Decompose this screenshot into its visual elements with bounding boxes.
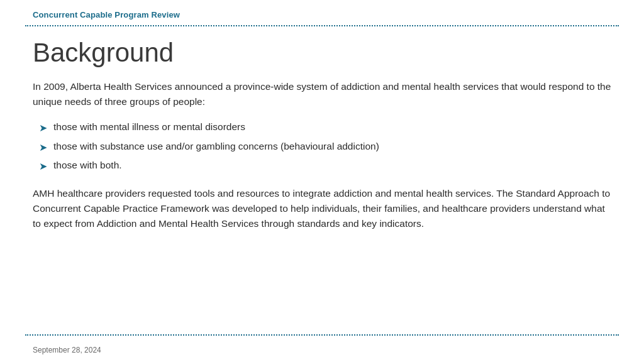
footer: September 28, 2024: [33, 346, 101, 354]
bullet-arrow-icon: ➤: [39, 120, 47, 136]
header-title: Concurrent Capable Program Review: [33, 10, 180, 19]
bottom-divider: [25, 334, 619, 336]
bullet-arrow-icon: ➤: [39, 140, 47, 156]
body-paragraph: AMH healthcare providers requested tools…: [33, 186, 611, 231]
section-title: Background: [33, 38, 611, 68]
header-bar: Concurrent Capable Program Review: [0, 0, 644, 20]
bullet-text-2: those with substance use and/or gambling…: [53, 139, 379, 155]
main-content: Background In 2009, Alberta Health Servi…: [0, 26, 644, 231]
list-item: ➤ those with both.: [33, 158, 611, 175]
list-item: ➤ those with mental illness or mental di…: [33, 119, 611, 136]
bullet-list: ➤ those with mental illness or mental di…: [33, 119, 611, 175]
bullet-text-1: those with mental illness or mental diso…: [53, 119, 245, 135]
footer-date: September 28, 2024: [33, 346, 101, 354]
bullet-arrow-icon: ➤: [39, 158, 47, 175]
intro-paragraph: In 2009, Alberta Health Services announc…: [33, 79, 611, 109]
bullet-text-3: those with both.: [53, 158, 122, 173]
slide: Concurrent Capable Program Review Backgr…: [0, 0, 644, 362]
list-item: ➤ those with substance use and/or gambli…: [33, 139, 611, 156]
